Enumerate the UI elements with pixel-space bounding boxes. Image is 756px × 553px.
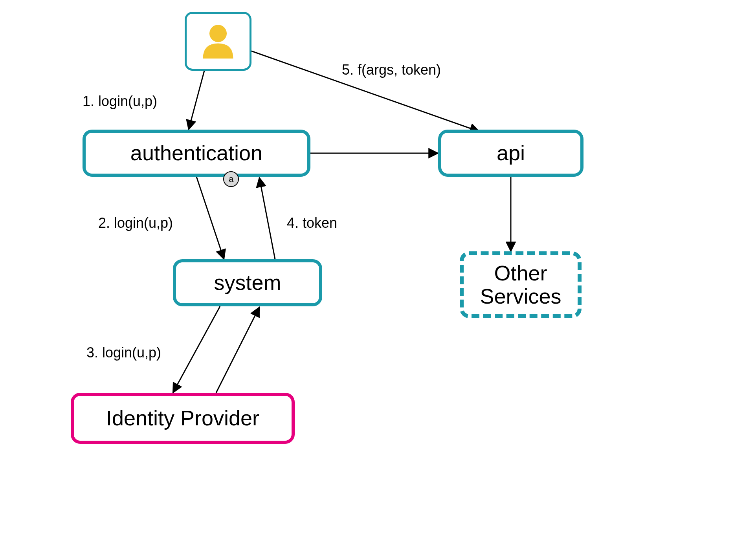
edge-user-to-api: 5. f(args, token) xyxy=(251,51,479,132)
edge-label-auth-to-system: 2. login(u,p) xyxy=(98,215,173,231)
node-system: system xyxy=(173,259,322,306)
edge-user-to-auth: 1. login(u,p) xyxy=(83,71,204,130)
edge-auth-to-system: 2. login(u,p) xyxy=(98,177,224,259)
edges-layer: 1. login(u,p) 5. f(args, token) 2. login… xyxy=(0,0,756,553)
port-authentication-label: a xyxy=(229,174,233,184)
edge-label-user-to-auth: 1. login(u,p) xyxy=(83,93,157,109)
node-other-services-label: Other Services xyxy=(480,262,561,308)
svg-line-6 xyxy=(173,306,220,393)
edge-label-system-to-idp: 3. login(u,p) xyxy=(86,344,161,361)
edge-system-to-auth: 4. token xyxy=(259,178,337,259)
node-user xyxy=(185,12,251,71)
diagram-canvas: 1. login(u,p) 5. f(args, token) 2. login… xyxy=(0,0,756,553)
node-other-services: Other Services xyxy=(460,251,582,318)
node-identity-provider: Identity Provider xyxy=(71,393,295,444)
edge-idp-to-system xyxy=(216,307,259,393)
svg-line-3 xyxy=(259,178,275,259)
node-api: api xyxy=(438,130,584,177)
user-icon xyxy=(187,14,250,69)
node-api-label: api xyxy=(497,141,525,165)
node-identity-provider-label: Identity Provider xyxy=(106,407,259,430)
svg-line-0 xyxy=(189,71,204,130)
node-authentication: authentication a xyxy=(83,130,310,177)
edge-label-system-to-auth: 4. token xyxy=(287,215,337,231)
svg-line-2 xyxy=(196,177,224,259)
svg-line-1 xyxy=(251,51,479,132)
edge-label-user-to-api: 5. f(args, token) xyxy=(342,62,441,78)
port-authentication: a xyxy=(223,171,239,187)
svg-point-8 xyxy=(209,25,227,42)
svg-line-7 xyxy=(216,307,259,393)
edge-system-to-idp: 3. login(u,p) xyxy=(86,306,220,393)
node-authentication-label: authentication xyxy=(130,141,262,165)
node-system-label: system xyxy=(214,271,281,294)
